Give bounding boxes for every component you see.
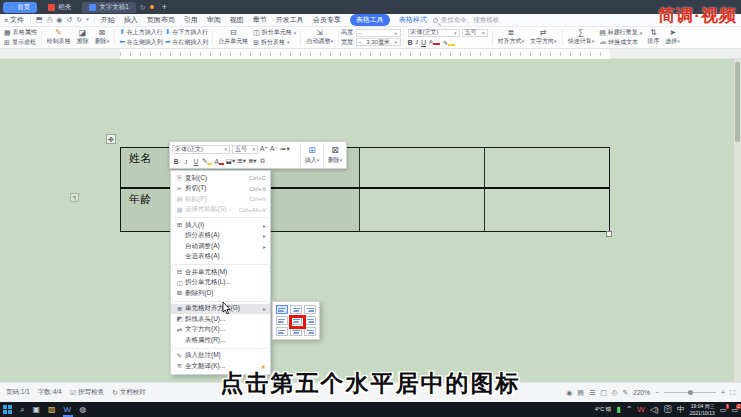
table-resize-handle[interactable]: [606, 231, 612, 237]
mini-font-family-select[interactable]: 宋体(正文)▾: [172, 145, 230, 154]
menu-item-paste[interactable]: ▤粘贴(P)Ctrl+V: [171, 194, 270, 205]
delete-button[interactable]: ⊠删除▾: [92, 28, 113, 47]
shrink-font-button[interactable]: A⁻: [270, 145, 278, 153]
menu-item-diagonal-header[interactable]: ◩斜线表头(U)...: [171, 314, 270, 325]
italic-button[interactable]: I: [416, 38, 418, 46]
mini-highlight-button[interactable]: ✎: [202, 157, 212, 165]
input-method-indicator[interactable]: 中: [677, 406, 685, 414]
align-top-right-icon[interactable]: [304, 305, 316, 314]
quick-calc-button[interactable]: ∑快速计算▾: [565, 28, 598, 47]
taskbar-clock[interactable]: 19:04 周三 2021/10/13: [690, 403, 715, 416]
mini-border-button[interactable]: ⊞▾: [237, 157, 246, 165]
menu-item-split-cells[interactable]: ◫拆分单元格(L)...: [171, 278, 270, 289]
line-spacing-button[interactable]: ≔▾: [280, 145, 290, 153]
mini-align-button[interactable]: ≣▾: [248, 157, 257, 165]
ribbon-tab-10[interactable]: 表格样式: [399, 15, 427, 25]
highlight-button[interactable]: ✎: [443, 39, 455, 46]
undo-icon[interactable]: ↺: [66, 16, 72, 24]
network-icon[interactable]: 🛜︎: [664, 406, 672, 414]
table-cell[interactable]: [360, 189, 485, 231]
split-table-button[interactable]: ⊞拆分表格▾: [251, 38, 298, 47]
table-cell[interactable]: [485, 189, 610, 231]
mini-delete-button[interactable]: ⊠删除▾: [323, 142, 346, 168]
new-tab-button[interactable]: +: [162, 2, 167, 12]
grow-font-button[interactable]: A⁺: [260, 145, 268, 153]
table-properties-button[interactable]: ▦表格属性: [2, 28, 39, 37]
mini-font-color-button[interactable]: A: [214, 158, 223, 165]
save-icon[interactable]: ⬒: [36, 16, 43, 24]
select-button[interactable]: ➤选择▾: [662, 28, 683, 47]
ribbon-tab-4[interactable]: 审阅: [207, 15, 221, 25]
insert-row-above-button[interactable]: ⬆ 在上方插入行: [119, 28, 163, 37]
font-size-select[interactable]: 五号▾: [462, 29, 488, 37]
ribbon-tab-9[interactable]: 表格工具: [350, 14, 390, 26]
preview-icon[interactable]: ◉: [56, 16, 62, 24]
redo-icon[interactable]: ↻: [76, 16, 82, 24]
tab-document[interactable]: 文字文稿1: [82, 2, 136, 13]
draw-table-button[interactable]: ✎绘制表格: [44, 28, 74, 47]
menu-item-paste-special[interactable]: ▦选择性粘贴(S)...Ctrl+Alt+V: [171, 205, 270, 216]
column-width-stepper[interactable]: 宽度: −3.30厘米+: [341, 38, 401, 47]
file-menu-button[interactable]: ≡ 文件: [4, 15, 24, 25]
menu-item-split-table[interactable]: 拆分表格(A)▸: [171, 231, 270, 242]
mini-bold-button[interactable]: B: [172, 158, 180, 165]
menu-item-select-table[interactable]: 全选表格(A): [171, 252, 270, 263]
menu-item-cell-alignment[interactable]: ≣单元格对齐方式(G)▸: [171, 304, 270, 315]
menu-item-table-properties[interactable]: 表格属性(R)...: [171, 335, 270, 346]
row-height-stepper[interactable]: 高度: −+: [341, 28, 401, 37]
volume-icon[interactable]: ◁): [650, 406, 659, 414]
align-top-center-icon[interactable]: [290, 305, 302, 314]
table-move-handle[interactable]: ✥: [106, 134, 116, 144]
notification-center-icon[interactable]: ▭!: [720, 406, 727, 414]
ribbon-tab-7[interactable]: 开发工具: [276, 15, 304, 25]
table-cell[interactable]: [360, 148, 485, 187]
ribbon-tab-3[interactable]: 引用: [184, 15, 198, 25]
document-canvas[interactable]: ✥ ¶ 姓名 年龄 宋体(正文)▾ 五号▾ A⁺ A⁻: [0, 59, 741, 382]
wps-cloud-tray-icon[interactable]: W: [637, 406, 645, 414]
menu-item-merge-cells[interactable]: ⊟合并单元格(M): [171, 267, 270, 278]
tray-expand-icon[interactable]: ⌃: [626, 406, 633, 414]
sort-button[interactable]: ⇅排序: [644, 28, 662, 47]
font-family-select[interactable]: 宋体(正文)▾: [408, 29, 460, 37]
merge-cells-button[interactable]: ⊟合并单元格: [215, 28, 251, 47]
scrollbar-thumb[interactable]: [735, 62, 740, 142]
vertical-scrollbar[interactable]: [734, 59, 741, 382]
insert-row-below-button[interactable]: ⬇ 在下方插入行: [165, 28, 209, 37]
start-button[interactable]: [3, 405, 12, 414]
convert-to-text-button[interactable]: ≔转换成文本: [597, 38, 644, 47]
menu-item-text-direction[interactable]: ⇄文字方向(X)...: [171, 325, 270, 336]
underline-button[interactable]: U: [421, 39, 426, 46]
tab-home[interactable]: ⌂ 首页: [3, 2, 37, 13]
ribbon-tab-0[interactable]: 开始: [101, 15, 115, 25]
print-icon[interactable]: ⎙: [47, 16, 53, 24]
mini-italic-button[interactable]: I: [182, 158, 190, 165]
wps-taskbar-icon[interactable]: W: [64, 406, 72, 414]
ribbon-tab-5[interactable]: 视图: [230, 15, 244, 25]
menu-item-autofit[interactable]: 自动调整(A)▸: [171, 241, 270, 252]
antivirus-tray-icon[interactable]: ▮: [616, 406, 620, 414]
menu-item-cut[interactable]: ✂剪切(T)Ctrl+X: [171, 184, 270, 195]
ribbon-tab-8[interactable]: 会员专享: [313, 15, 341, 25]
mini-insert-button[interactable]: ⊞插入▾: [300, 142, 323, 168]
menu-item-insert-comment[interactable]: ✎插入批注(M): [171, 351, 270, 362]
bold-button[interactable]: B: [408, 39, 413, 46]
refresh-icon[interactable]: ↻: [140, 4, 146, 11]
task-view-icon[interactable]: ▣: [32, 406, 40, 414]
alignment-button[interactable]: ≣对齐方式▾: [495, 28, 528, 47]
insert-col-left-button[interactable]: ⬅ 在左侧插入列: [119, 38, 163, 47]
ribbon-tab-2[interactable]: 页面布局: [147, 15, 175, 25]
ribbon-tab-1[interactable]: 插入: [124, 15, 138, 25]
taskbar-search-icon[interactable]: ⌕: [20, 406, 24, 414]
app-alert-icon[interactable]: ▭2: [731, 406, 738, 414]
insert-col-right-button[interactable]: ➡ 在右侧插入列: [165, 38, 209, 47]
menu-item-copy[interactable]: ⎘复制(C)Ctrl+C: [171, 173, 270, 184]
align-top-left-icon[interactable]: [276, 305, 288, 314]
mini-format-painter-button[interactable]: ⧉: [259, 157, 267, 165]
eraser-button[interactable]: ◪擦除: [74, 28, 92, 47]
file-explorer-icon[interactable]: ▨: [48, 406, 56, 414]
ribbon-tab-6[interactable]: 章节: [253, 15, 267, 25]
command-search[interactable]: 查找命令、搜索模板: [433, 16, 500, 25]
tab-docer[interactable]: 稻壳: [41, 2, 78, 13]
text-direction-button[interactable]: ⇄文字方向▾: [527, 28, 560, 47]
repeat-header-button[interactable]: ▤标题行重复▾: [597, 28, 644, 37]
